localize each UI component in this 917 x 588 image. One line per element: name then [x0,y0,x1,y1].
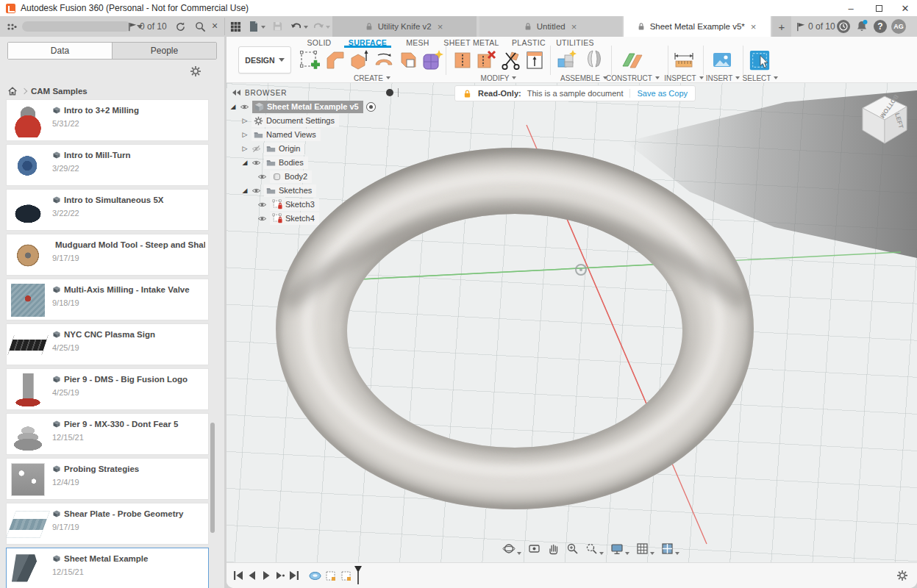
close-tab-icon[interactable]: × [436,22,445,32]
expand-icon[interactable]: ◢ [241,159,249,166]
ribbon-tab-plastic[interactable]: PLASTIC [509,38,549,48]
ribbon-tab-solid[interactable]: SOLID [300,38,338,48]
redo-dropdown-caret-icon[interactable] [326,26,330,29]
doc-tab-sheet-metal-example[interactable]: Sheet Metal Example v5* × [624,16,771,37]
viewports-caret-icon[interactable] [675,552,679,555]
insert-image-icon[interactable] [710,49,734,72]
notifications-bell-icon[interactable] [855,19,868,33]
extrude-surface-icon[interactable] [347,49,371,72]
team-name-redacted[interactable] [22,21,131,32]
ribbon-tab-surface[interactable]: SURFACE [344,38,391,48]
close-tab-icon[interactable]: × [570,22,579,32]
ribbon-tab-mesh[interactable]: MESH [400,38,435,48]
timeline-settings-gear-icon[interactable] [896,570,908,581]
tree-node-sketch4[interactable]: Sketch4 [257,212,402,225]
list-item[interactable]: Shear Plate - Probe Geometry9/17/19 [6,503,209,545]
visibility-off-eye-icon[interactable] [251,144,261,154]
list-item[interactable]: Intro to 3+2 Milling5/31/22 [6,99,209,141]
list-item[interactable]: Probing Strategies12/4/19 [6,458,209,500]
stitch-icon[interactable] [451,49,474,72]
undo-dropdown-caret-icon[interactable] [304,26,308,29]
create-form-icon[interactable] [421,49,444,72]
new-tab-button[interactable]: + [772,16,791,37]
tree-node-bodies[interactable]: ◢ Bodies [241,156,402,169]
close-window-button[interactable]: ✕ [894,0,916,16]
list-item-selected[interactable]: Sheet Metal Example12/15/21 [6,548,209,588]
close-tab-icon[interactable]: × [749,22,758,32]
doc-tab-utility-knife[interactable]: Utility Knife v2 × [332,16,477,37]
tab-people[interactable]: People [112,43,216,59]
undo-icon[interactable] [290,21,302,32]
pan-button[interactable] [547,542,560,555]
collapse-browser-icon[interactable] [232,90,240,96]
construct-plane-icon[interactable] [621,49,644,72]
job-status-flag-icon[interactable] [127,21,138,32]
new-component-icon[interactable] [555,49,579,72]
select-tool-icon[interactable] [749,49,771,71]
visibility-eye-icon[interactable] [257,200,267,209]
timeline-play-button[interactable] [260,570,272,581]
revolve-icon[interactable] [372,49,396,72]
display-settings-button[interactable] [610,542,629,555]
breadcrumb-folder[interactable]: CAM Samples [31,87,88,96]
list-item[interactable]: Intro to Simultaneous 5X3/22/22 [6,189,209,231]
timeline-step-forward-button[interactable] [274,570,286,581]
tab-data[interactable]: Data [8,43,112,59]
viewports-button[interactable] [661,542,679,555]
grid-caret-icon[interactable] [650,552,654,555]
list-item[interactable]: Pier 9 - MX-330 - Dont Fear 512/15/21 [6,413,209,455]
panel-scrollbar[interactable] [210,423,215,533]
list-item[interactable]: Mudguard Mold Tool - Steep and Shall...9… [6,234,209,276]
orbit-button[interactable] [502,542,521,555]
expand-icon[interactable]: ▷ [241,131,249,138]
timeline-feature-sketch[interactable] [340,570,352,581]
avatar[interactable]: AG [891,19,906,34]
activate-component-radio[interactable] [366,102,376,112]
look-at-button[interactable] [528,542,540,555]
joint-icon[interactable] [582,49,606,72]
workspace-switcher[interactable]: DESIGN [238,46,291,74]
maximize-button[interactable] [868,0,890,16]
create-sketch-icon[interactable] [299,49,322,72]
trim-icon[interactable] [499,49,523,72]
tree-node-body2[interactable]: Body2 [257,170,402,183]
orbit-caret-icon[interactable] [517,552,521,555]
tree-node-sketches[interactable]: ◢ Sketches [241,184,402,197]
timeline-go-to-start-button[interactable] [232,570,244,581]
list-item[interactable]: Intro to Mill-Turn3/29/22 [6,144,209,186]
timeline-position-marker[interactable] [354,566,363,585]
doc-tab-untitled[interactable]: Untitled × [479,16,622,37]
view-cube[interactable]: BOTTOM LEFT [858,90,911,149]
minimize-button[interactable]: – [840,0,862,16]
visibility-eye-icon[interactable] [257,172,267,182]
tree-node-sketch3[interactable]: Sketch3 [257,198,402,211]
grid-snap-button[interactable] [636,542,654,555]
expand-icon[interactable]: ◢ [229,103,237,110]
fit-button[interactable] [585,542,604,555]
app-grid-icon[interactable] [230,21,241,32]
refresh-icon[interactable] [175,21,186,32]
search-icon[interactable] [195,21,206,32]
tree-node-root[interactable]: ◢ Sheet Metal Example v5 [229,100,402,113]
close-panel-icon[interactable]: × [212,20,218,32]
visibility-eye-icon[interactable] [240,102,249,112]
unstitch-icon[interactable] [474,49,498,72]
expand-icon[interactable]: ◢ [241,187,249,194]
help-icon[interactable]: ? [874,20,887,33]
timeline-go-to-end-button[interactable] [288,570,300,581]
ribbon-tab-sheet-metal[interactable]: SHEET METAL [440,38,503,48]
tree-node-document-settings[interactable]: ▷ Document Settings [241,114,402,127]
group-modify[interactable]: MODIFY [451,74,546,82]
extrude-icon[interactable] [324,49,347,72]
expand-icon[interactable]: ▷ [241,145,249,152]
fit-caret-icon[interactable] [599,552,604,555]
list-item[interactable]: NYC CNC Plasma Sign4/25/19 [6,323,209,365]
display-caret-icon[interactable] [625,552,629,555]
group-create[interactable]: CREATE [299,74,446,82]
list-item[interactable]: Multi-Axis Milling - Intake Valve9/18/19 [6,279,209,320]
file-dropdown-caret-icon[interactable] [261,26,265,29]
measure-icon[interactable] [672,49,696,72]
browser-options-icon[interactable] [386,89,393,96]
timeline-step-back-button[interactable] [246,570,258,581]
patch-icon[interactable] [396,49,420,72]
